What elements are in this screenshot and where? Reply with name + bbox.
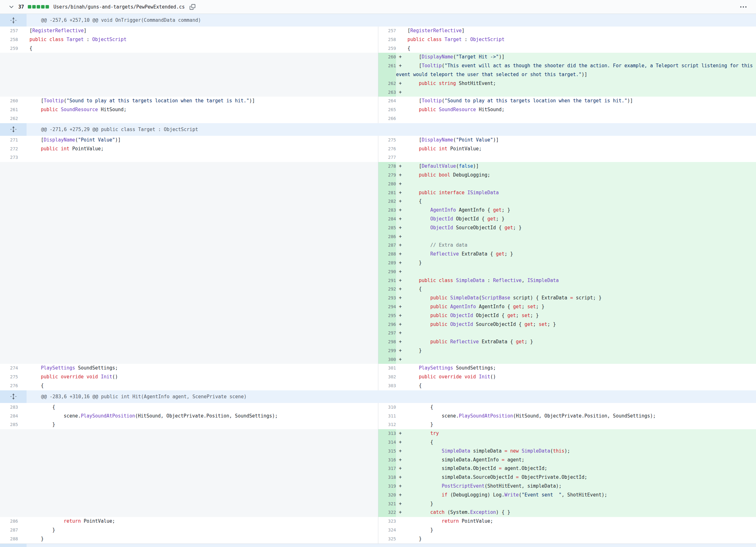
line-number-cell[interactable]: 265	[378, 106, 396, 114]
line-number-cell[interactable]: 296	[378, 320, 396, 329]
line-number-cell[interactable]: 310	[378, 403, 396, 412]
line-number-cell[interactable]: 278	[378, 162, 396, 171]
line-number-cell[interactable]: 282	[378, 197, 396, 206]
line-number-cell[interactable]: 280	[378, 180, 396, 189]
line-number-cell[interactable]: 288	[378, 250, 396, 259]
line-number-cell[interactable]: 262	[0, 114, 18, 123]
line-number-cell[interactable]: 323	[378, 517, 396, 526]
line-number-cell[interactable]: 263	[378, 88, 396, 97]
line-number-cell[interactable]: 303	[378, 381, 396, 390]
diffstat-block	[41, 5, 45, 9]
line-number-cell[interactable]: 283	[378, 206, 396, 215]
code-cell	[18, 346, 378, 355]
line-number-cell[interactable]: 311	[378, 412, 396, 421]
line-number-cell[interactable]: 276	[378, 145, 396, 154]
added-line-marker: +	[399, 294, 402, 302]
line-number-cell[interactable]: 260	[0, 97, 18, 106]
line-number-cell[interactable]: 289	[378, 259, 396, 268]
line-number-cell[interactable]: 291	[378, 276, 396, 285]
line-number-cell[interactable]: 294	[378, 302, 396, 311]
added-line-marker: +	[399, 464, 402, 473]
line-number-cell[interactable]: 293	[378, 294, 396, 302]
line-number-cell[interactable]: 279	[378, 171, 396, 180]
line-number-cell[interactable]: 319	[378, 482, 396, 491]
line-number-cell[interactable]: 316	[378, 456, 396, 465]
line-number-cell[interactable]: 277	[378, 153, 396, 162]
line-number-cell[interactable]: 324	[378, 526, 396, 535]
line-number-cell[interactable]: 325	[378, 535, 396, 544]
line-number-cell[interactable]: 271	[0, 136, 18, 145]
line-number-cell[interactable]: 257	[378, 27, 396, 35]
line-number-cell[interactable]: 276	[0, 381, 18, 390]
line-number-cell[interactable]: 297	[378, 329, 396, 337]
code-cell: + try	[396, 429, 756, 438]
line-number-cell[interactable]: 288	[0, 535, 18, 544]
line-number-cell[interactable]: 283	[0, 403, 18, 412]
line-number-cell[interactable]: 312	[378, 420, 396, 429]
line-number-cell[interactable]: 292	[378, 285, 396, 294]
line-number-cell[interactable]: 266	[378, 114, 396, 123]
code-cell: + simpleData.AgentInfo = agent;	[396, 456, 756, 465]
line-number-cell[interactable]: 285	[378, 224, 396, 233]
line-number-cell[interactable]: 281	[378, 189, 396, 198]
code-cell	[18, 320, 378, 329]
line-number-cell[interactable]: 262	[378, 79, 396, 88]
line-number-cell[interactable]: 285	[0, 420, 18, 429]
hunk-header-text: @@ -283,6 +310,16 @@ public int Hit(Agen…	[27, 394, 247, 399]
line-number-cell[interactable]: 261	[378, 62, 396, 79]
code-cell: [DisplayName("Point Value")]	[396, 136, 756, 145]
line-number-cell[interactable]: 259	[378, 44, 396, 53]
line-number-cell[interactable]: 286	[378, 233, 396, 241]
line-number-cell[interactable]: 313	[378, 429, 396, 438]
code-cell: public int PointValue;	[396, 145, 756, 154]
line-number-cell[interactable]: 315	[378, 447, 396, 456]
line-number-cell[interactable]: 295	[378, 311, 396, 320]
diff-row: 280+	[0, 180, 756, 189]
line-number-cell[interactable]: 284	[378, 215, 396, 224]
line-number-cell[interactable]: 321	[378, 500, 396, 508]
line-number-cell[interactable]: 259	[0, 44, 18, 53]
line-number-cell[interactable]: 275	[378, 136, 396, 145]
line-number-cell[interactable]: 322	[378, 508, 396, 517]
line-number-cell[interactable]: 318	[378, 473, 396, 482]
line-number-cell[interactable]: 260	[378, 53, 396, 62]
line-number-cell[interactable]: 300	[378, 355, 396, 364]
line-number-cell[interactable]: 317	[378, 464, 396, 473]
line-number-cell[interactable]: 275	[0, 373, 18, 381]
line-number-cell[interactable]: 273	[0, 153, 18, 162]
line-number-cell[interactable]: 320	[378, 491, 396, 500]
unfold-icon[interactable]	[0, 393, 27, 399]
line-number-cell	[0, 311, 18, 320]
diff-row: 297+	[0, 329, 756, 337]
line-number-cell[interactable]: 287	[378, 241, 396, 250]
line-number-cell[interactable]: 299	[378, 346, 396, 355]
line-number-cell[interactable]: 284	[0, 412, 18, 421]
line-number-cell[interactable]: 301	[378, 364, 396, 373]
line-number-cell[interactable]: 314	[378, 438, 396, 447]
line-number-cell[interactable]: 302	[378, 373, 396, 381]
line-number-cell[interactable]: 286	[0, 517, 18, 526]
fold-icon[interactable]	[0, 17, 27, 23]
line-number-cell[interactable]: 258	[378, 35, 396, 44]
kebab-menu-icon[interactable]	[739, 5, 748, 9]
code-cell	[18, 438, 378, 447]
code-cell: public class Target : ObjectScript	[18, 35, 378, 44]
code-cell	[18, 456, 378, 465]
unfold-icon[interactable]	[0, 126, 27, 132]
line-number-cell[interactable]: 258	[0, 35, 18, 44]
line-number-cell[interactable]: 298	[378, 337, 396, 346]
line-number-cell	[0, 329, 18, 337]
chevron-down-icon[interactable]	[8, 4, 15, 10]
line-number-cell[interactable]: 287	[0, 526, 18, 535]
code-cell	[18, 268, 378, 276]
line-number-cell[interactable]: 274	[0, 364, 18, 373]
line-number-cell[interactable]: 264	[378, 97, 396, 106]
line-number-cell[interactable]: 272	[0, 145, 18, 154]
line-number-cell[interactable]: 257	[0, 27, 18, 35]
copy-icon[interactable]	[190, 4, 195, 10]
line-number-cell[interactable]: 290	[378, 268, 396, 276]
added-line-marker: +	[399, 171, 402, 180]
line-number-cell[interactable]: 261	[0, 106, 18, 114]
hunk-header-row: @@ -257,6 +257,10 @@ void OnTrigger(Comm…	[0, 14, 756, 27]
code-cell: + simpleData.SourceObjectId = ObjectPriv…	[396, 473, 756, 482]
